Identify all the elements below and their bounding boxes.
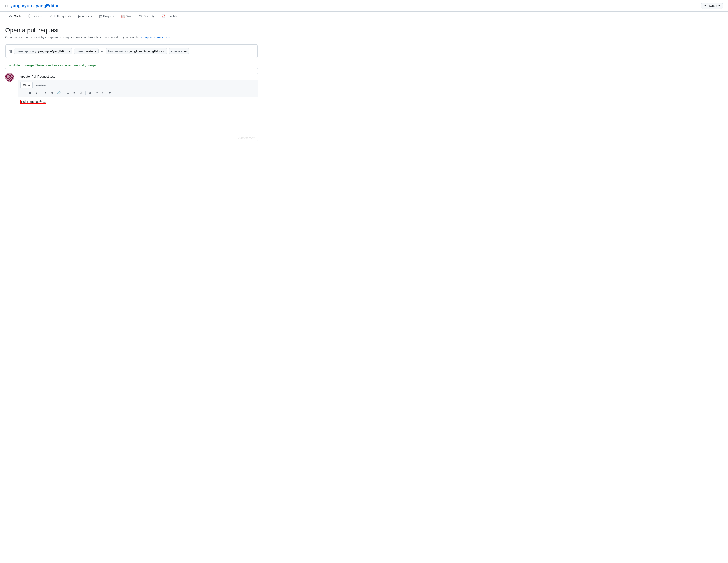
undo-button[interactable]: ↩ — [100, 90, 106, 96]
base-repo-dropdown-icon: ▾ — [68, 50, 70, 53]
compare-across-forks-link[interactable]: compare across forks. — [141, 36, 171, 39]
tab-issues-label: Issues — [33, 14, 41, 18]
editor-text: Pull Request 测试 — [21, 100, 46, 103]
heading-button[interactable]: H — [20, 90, 27, 96]
write-tab[interactable]: Write — [20, 82, 33, 88]
header: ⊟ yanglvyou / yangEditor 👁 Watch ▾ — [0, 0, 728, 12]
svg-rect-3 — [6, 75, 7, 76]
tab-insights[interactable]: 📈 Insights — [158, 12, 181, 21]
tab-wiki[interactable]: 📖 Wiki — [118, 12, 136, 21]
merge-able-text: Able to merge. These branches can be aut… — [13, 64, 98, 67]
watermark: 小林上京求职记社区 — [236, 136, 256, 139]
svg-rect-2 — [11, 74, 12, 75]
actions-icon: ▶ — [78, 14, 81, 18]
svg-rect-4 — [9, 75, 11, 76]
head-repo-label: head repository: — [108, 50, 128, 53]
merge-check-icon: ✓ — [9, 63, 12, 67]
tab-actions[interactable]: ▶ Actions — [75, 12, 96, 21]
link-button[interactable]: 🔗 — [56, 90, 62, 96]
svg-rect-20 — [10, 80, 12, 82]
tab-wiki-label: Wiki — [126, 14, 132, 18]
base-repo-value: yanglvyou/yangEditor — [38, 50, 68, 53]
base-repo-label: base repository: — [17, 50, 37, 53]
svg-rect-15 — [5, 79, 6, 80]
svg-rect-10 — [9, 77, 10, 78]
svg-rect-12 — [7, 78, 9, 79]
eye-icon: 👁 — [704, 4, 707, 7]
tab-security[interactable]: 🛡 Security — [136, 12, 158, 21]
tab-projects[interactable]: ▦ Projects — [96, 12, 118, 21]
tab-code-label: Code — [14, 14, 21, 18]
unordered-list-button[interactable]: ☰ — [65, 90, 71, 96]
tab-pull-requests[interactable]: ⎇ Pull requests — [45, 12, 75, 21]
issues-icon: ⓘ — [28, 14, 31, 18]
head-repository-select[interactable]: head repository: yanglvyou94/yangEditor … — [106, 48, 167, 54]
svg-rect-14 — [12, 78, 13, 79]
editor-toolbar: H B I ≡ <> 🔗 ☰ ≡ ☑ @ ↗ ↩ ▾ — [18, 88, 258, 97]
page-title: Open a pull request — [5, 27, 258, 34]
merge-status: ✓ Able to merge. These branches can be a… — [5, 61, 258, 69]
ordered-list-button[interactable]: ≡ — [71, 90, 77, 96]
subtitle-text: Create a new pull request by comparing c… — [5, 36, 140, 39]
page-subtitle: Create a new pull request by comparing c… — [5, 36, 258, 39]
task-list-button[interactable]: ☑ — [78, 90, 84, 96]
svg-rect-8 — [13, 76, 14, 77]
tab-code[interactable]: <> Code — [5, 12, 25, 21]
editor-tabs: Write Preview — [18, 80, 258, 88]
branch-comparison-container: ⇅ base repository: yanglvyou/yangEditor … — [5, 44, 258, 69]
watch-button[interactable]: 👁 Watch ▾ — [701, 3, 723, 9]
head-repo-value: yanglvyou94/yangEditor — [129, 50, 162, 53]
projects-icon: ▦ — [99, 14, 102, 18]
tab-insights-label: Insights — [167, 14, 177, 18]
svg-rect-19 — [6, 80, 9, 82]
bold-button[interactable]: B — [27, 90, 33, 96]
watch-label: Watch — [708, 4, 717, 7]
svg-rect-11 — [11, 77, 13, 78]
preview-tab[interactable]: Preview — [33, 82, 48, 88]
tab-pull-requests-label: Pull requests — [54, 14, 71, 18]
base-repository-select[interactable]: base repository: yanglvyou/yangEditor ▾ — [14, 48, 72, 54]
tab-security-label: Security — [144, 14, 155, 18]
chevron-down-icon: ▾ — [718, 4, 720, 7]
repo-separator: / — [33, 3, 35, 8]
mention-button[interactable]: @ — [87, 90, 93, 96]
reference-button[interactable]: ↗ — [93, 90, 100, 96]
svg-rect-5 — [12, 75, 13, 76]
svg-rect-13 — [10, 78, 11, 79]
compare-value: m — [184, 50, 187, 53]
pull-requests-icon: ⎇ — [49, 14, 52, 18]
editor-content[interactable]: Pull Request 测试 小林上京求职记社区 — [18, 97, 258, 141]
quote-button[interactable]: ≡ — [43, 90, 49, 96]
tab-issues[interactable]: ⓘ Issues — [25, 12, 45, 21]
repo-name[interactable]: yangEditor — [36, 3, 59, 8]
italic-button[interactable]: I — [34, 90, 40, 96]
pr-form-area: Write Preview H B I ≡ <> 🔗 ☰ ≡ ☑ @ ↗ ↩ ▾ — [5, 73, 258, 141]
main-content: Open a pull request Create a new pull re… — [0, 21, 263, 147]
svg-rect-7 — [10, 76, 11, 77]
svg-rect-17 — [11, 79, 12, 80]
svg-rect-1 — [7, 74, 9, 75]
svg-rect-6 — [5, 76, 7, 77]
base-label: base: — [77, 50, 84, 53]
base-value: master — [84, 50, 94, 53]
svg-rect-9 — [6, 77, 7, 78]
compare-branch-select[interactable]: compare: m — [169, 48, 189, 54]
avatar — [5, 73, 14, 82]
toolbar-separator-2 — [63, 91, 63, 95]
repo-owner[interactable]: yanglvyou — [10, 3, 32, 8]
repo-title: ⊟ yanglvyou / yangEditor — [5, 3, 59, 8]
tab-actions-label: Actions — [82, 14, 92, 18]
svg-rect-16 — [9, 79, 10, 80]
wiki-icon: 📖 — [121, 14, 125, 18]
undo-dropdown-button[interactable]: ▾ — [107, 90, 113, 96]
toolbar-separator-1 — [41, 91, 41, 95]
nav-tabs: <> Code ⓘ Issues ⎇ Pull requests ▶ Actio… — [0, 12, 728, 21]
pr-title-input[interactable] — [18, 73, 258, 80]
repo-icon: ⊟ — [5, 4, 8, 8]
branch-row: ⇅ base repository: yanglvyou/yangEditor … — [5, 45, 258, 58]
head-repo-dropdown-icon: ▾ — [163, 50, 165, 53]
merge-able-bold: Able to merge. — [13, 64, 34, 67]
base-branch-select[interactable]: base: master ▾ — [74, 48, 98, 54]
base-dropdown-icon: ▾ — [95, 50, 96, 53]
code-button[interactable]: <> — [49, 90, 55, 96]
